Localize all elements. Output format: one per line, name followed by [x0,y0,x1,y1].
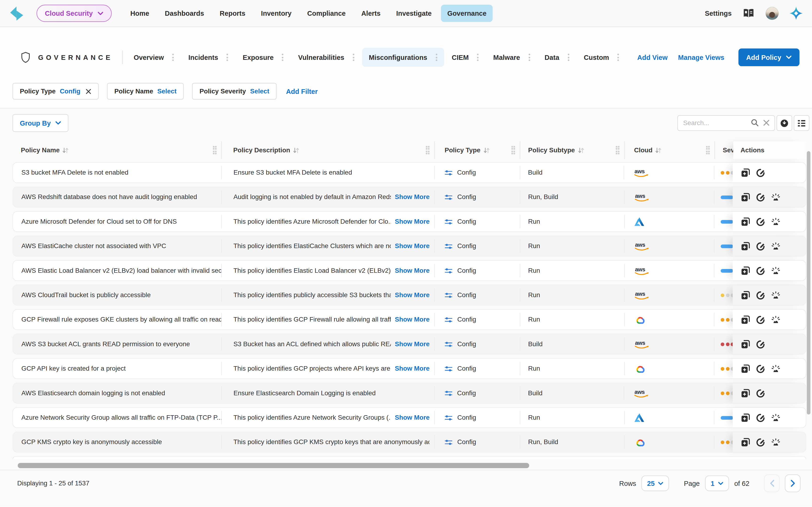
table-row[interactable]: Azure Microsoft Defender for Cloud set t… [12,211,806,232]
policy-name-cell[interactable]: S3 bucket MFA Delete is not enabled [13,163,222,182]
page-select[interactable]: 1 [705,475,729,491]
clone-policy-icon[interactable] [741,413,750,422]
edit-policy-icon[interactable] [756,340,765,349]
column-drag-handle-icon[interactable] [425,146,429,155]
alarm-policy-icon[interactable] [771,241,780,250]
sort-icon[interactable] [577,147,584,154]
alarm-policy-icon[interactable] [771,193,780,202]
column-header-policy-name[interactable]: Policy Name [12,141,222,159]
alarm-policy-icon[interactable] [771,266,780,275]
show-more-link[interactable]: Show More [395,267,429,274]
table-row[interactable]: GCP API key is created for a projectThis… [12,358,806,379]
alarm-policy-icon[interactable] [771,413,780,422]
column-header-policy-subtype[interactable]: Policy Subtype [520,141,624,159]
add-view-link[interactable]: Add View [637,54,667,61]
show-more-link[interactable]: Show More [395,193,429,201]
user-avatar[interactable] [765,7,779,20]
clone-policy-icon[interactable] [741,438,750,447]
tab-vulnerabilities[interactable]: Vulnerabilities [291,48,361,67]
column-header-policy-description[interactable]: Policy Description [222,141,435,159]
edit-policy-icon[interactable] [756,217,765,226]
tab-data[interactable]: Data [538,48,576,67]
remove-filter-icon[interactable] [86,88,91,94]
tab-ciem[interactable]: CIEM [445,48,486,67]
table-row[interactable]: AWS ElastiCache cluster not associated w… [12,236,806,257]
add-policy-button[interactable]: Add Policy [738,49,799,66]
table-row[interactable]: AWS Elasticsearch domain logging is not … [12,383,806,403]
show-more-link[interactable]: Show More [395,316,429,323]
table-row[interactable]: AWS Redshift database does not have audi… [12,186,806,208]
table-row[interactable]: GCP Firewall rule exposes GKE clusters b… [12,309,806,330]
nav-item-governance[interactable]: Governance [441,5,493,22]
clone-policy-icon[interactable] [741,217,750,226]
show-more-link[interactable]: Show More [395,365,429,372]
tab-options-kebab-icon[interactable] [222,52,232,62]
filter-chip-value[interactable]: Select [250,88,269,95]
clone-policy-icon[interactable] [741,315,750,324]
show-more-link[interactable]: Show More [395,242,429,250]
edit-policy-icon[interactable] [756,364,765,373]
edit-policy-icon[interactable] [756,266,765,275]
tab-options-kebab-icon[interactable] [613,52,623,62]
filter-chip-value[interactable]: Config [60,88,80,95]
clone-policy-icon[interactable] [741,168,750,177]
tab-options-kebab-icon[interactable] [524,52,534,62]
column-settings-button[interactable] [794,115,809,131]
clone-policy-icon[interactable] [741,291,750,299]
table-row[interactable]: Azure Network Security Group allows all … [12,407,806,428]
show-more-link[interactable]: Show More [395,414,429,421]
table-row[interactable]: AWS S3 bucket ACL grants READ permission… [12,334,806,355]
policy-name-cell[interactable]: AWS S3 bucket ACL grants READ permission… [13,334,222,354]
edit-policy-icon[interactable] [756,168,765,177]
nav-item-investigate[interactable]: Investigate [390,5,438,22]
column-drag-handle-icon[interactable] [213,146,217,155]
tab-options-kebab-icon[interactable] [473,52,483,62]
settings-button[interactable]: Settings [705,9,732,17]
tab-incidents[interactable]: Incidents [182,48,235,67]
table-row[interactable]: AWS CloudTrail bucket is publicly access… [12,285,806,305]
previous-page-button[interactable] [764,474,780,492]
clone-policy-icon[interactable] [741,364,750,373]
search-icon[interactable] [751,119,759,126]
sort-icon[interactable] [62,147,69,154]
nav-item-inventory[interactable]: Inventory [255,5,298,22]
tab-options-kebab-icon[interactable] [168,52,178,62]
column-header-policy-type[interactable]: Policy Type [435,141,520,159]
tab-misconfigurations[interactable]: Misconfigurations [362,48,444,67]
tab-overview[interactable]: Overview [127,48,181,67]
tab-options-kebab-icon[interactable] [563,52,573,62]
search-input[interactable] [677,115,775,131]
column-drag-handle-icon[interactable] [706,146,710,155]
policy-name-cell[interactable]: AWS ElastiCache cluster not associated w… [13,236,222,256]
nav-item-home[interactable]: Home [124,5,156,22]
show-more-link[interactable]: Show More [395,218,429,225]
table-row[interactable]: GCP KMS crypto key is anonymously access… [12,432,806,453]
column-drag-handle-icon[interactable] [616,146,620,155]
alarm-policy-icon[interactable] [771,291,780,299]
brand-star-icon[interactable] [790,7,803,20]
column-drag-handle-icon[interactable] [511,146,515,155]
show-more-link[interactable]: Show More [395,340,429,348]
clone-policy-icon[interactable] [741,193,750,202]
filter-chip-policy-name[interactable]: Policy NameSelect [107,83,184,100]
rows-per-page-select[interactable]: 25 [642,475,669,491]
tab-custom[interactable]: Custom [577,48,626,67]
manage-views-link[interactable]: Manage Views [678,54,724,61]
sort-icon[interactable] [293,147,300,154]
product-logo-icon[interactable] [9,5,24,21]
nav-item-alerts[interactable]: Alerts [355,5,387,22]
vertical-scrollbar-thumb[interactable] [807,151,811,414]
add-filter-link[interactable]: Add Filter [286,87,318,95]
filter-chip-policy-type[interactable]: Policy TypeConfig [12,83,99,100]
alarm-policy-icon[interactable] [771,315,780,324]
group-by-button[interactable]: Group By [12,114,68,132]
tab-exposure[interactable]: Exposure [236,48,290,67]
policy-name-cell[interactable]: AWS Elastic Load Balancer v2 (ELBv2) loa… [13,261,222,280]
policy-name-cell[interactable]: GCP Firewall rule exposes GKE clusters b… [13,309,222,329]
next-page-button[interactable] [785,474,801,492]
nav-item-dashboards[interactable]: Dashboards [159,5,210,22]
product-switcher-button[interactable]: Cloud Security [37,5,111,22]
tab-options-kebab-icon[interactable] [348,52,358,62]
clone-policy-icon[interactable] [741,241,750,250]
sort-icon[interactable] [655,147,662,154]
